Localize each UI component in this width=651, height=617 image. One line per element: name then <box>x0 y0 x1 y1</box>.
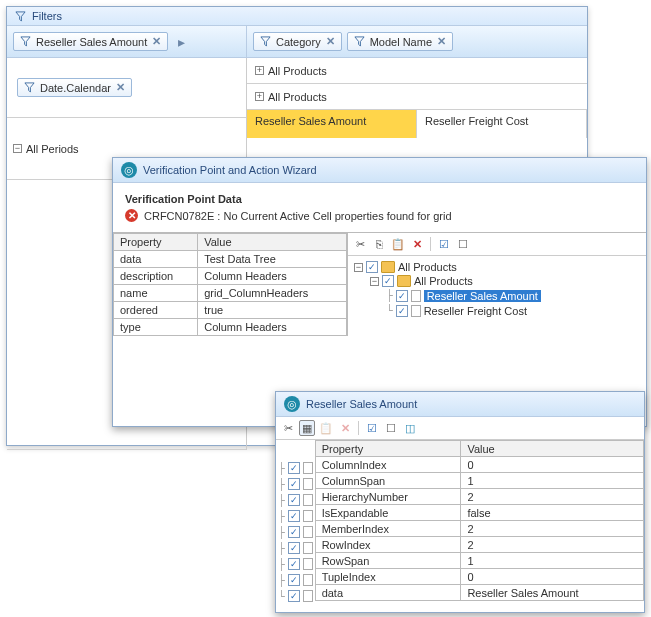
cut-icon[interactable]: ✂ <box>352 236 368 252</box>
table-row[interactable]: typeColumn Headers <box>114 319 347 336</box>
table-row[interactable]: RowIndex2 <box>315 537 643 553</box>
all-products-row-1[interactable]: + All Products <box>247 58 587 84</box>
close-icon[interactable]: ✕ <box>152 35 161 48</box>
checkbox[interactable]: ✓ <box>288 462 300 474</box>
delete-icon[interactable]: ✕ <box>337 420 353 436</box>
checkbox[interactable]: ✓ <box>396 305 408 317</box>
cut-icon[interactable]: ✂ <box>280 420 296 436</box>
tree-row[interactable]: └✓ <box>278 588 313 604</box>
checkbox[interactable]: ✓ <box>288 590 300 602</box>
detail-logo-icon: ◎ <box>284 396 300 412</box>
table-row[interactable]: ColumnSpan1 <box>315 473 643 489</box>
expand-icon[interactable]: + <box>255 66 264 75</box>
column-headers-row: Reseller Sales Amount Reseller Freight C… <box>247 110 587 138</box>
checkbox[interactable]: ✓ <box>288 510 300 522</box>
tree-node-all-products-1[interactable]: − ✓ All Products <box>354 260 640 274</box>
checkbox[interactable]: ✓ <box>396 290 408 302</box>
grid-icon[interactable]: ▦ <box>299 420 315 436</box>
checkbox[interactable]: ✓ <box>366 261 378 273</box>
tree-view: − ✓ All Products − ✓ All Products ├ ✓ Re… <box>348 256 646 322</box>
arrow-right-icon: ▸ <box>174 34 189 50</box>
tree-node-reseller-sales[interactable]: ├ ✓ Reseller Sales Amount <box>354 288 640 303</box>
vp-error-msg: CRFCN0782E : No Current Active Cell prop… <box>144 210 452 222</box>
expand-icon[interactable]: + <box>255 92 264 101</box>
tree-node-reseller-freight[interactable]: └ ✓ Reseller Freight Cost <box>354 303 640 318</box>
uncheck-icon[interactable]: ☐ <box>455 236 471 252</box>
wizard-logo-icon: ◎ <box>121 162 137 178</box>
checkbox[interactable]: ✓ <box>288 478 300 490</box>
collapse-icon[interactable]: − <box>354 263 363 272</box>
all-products-row-2[interactable]: + All Products <box>247 84 587 110</box>
check-icon[interactable]: ☑ <box>436 236 452 252</box>
extra-icon[interactable]: ◫ <box>402 420 418 436</box>
table-row[interactable]: MemberIndex2 <box>315 521 643 537</box>
pills-right: Category ✕ Model Name ✕ <box>247 26 587 58</box>
detail-header: ◎ Reseller Sales Amount <box>276 392 644 417</box>
tree-row[interactable]: ├✓ <box>278 524 313 540</box>
tree-row[interactable]: ├✓ <box>278 556 313 572</box>
tree-row[interactable]: ├✓ <box>278 508 313 524</box>
table-row[interactable]: namegrid_ColumnHeaders <box>114 285 347 302</box>
checkbox[interactable]: ✓ <box>288 558 300 570</box>
table-row[interactable]: HierarchyNumber2 <box>315 489 643 505</box>
pill-reseller-sales[interactable]: Reseller Sales Amount ✕ <box>13 32 168 51</box>
detail-header-value: Value <box>461 441 644 457</box>
property-table-wrap: PropertyValue dataTest Data Tree descrip… <box>113 233 348 336</box>
tree-row[interactable]: ├✓ <box>278 476 313 492</box>
copy-icon[interactable]: ⎘ <box>371 236 387 252</box>
close-icon[interactable]: ✕ <box>116 81 125 94</box>
tree-side: ✂ ⎘ 📋 ✕ ☑ ☐ − ✓ All Products − ✓ <box>348 233 646 336</box>
all-periods-label: All Periods <box>26 143 79 155</box>
close-icon[interactable]: ✕ <box>326 35 335 48</box>
column-header-reseller-freight[interactable]: Reseller Freight Cost <box>417 110 587 138</box>
collapse-icon[interactable]: − <box>370 277 379 286</box>
close-icon[interactable]: ✕ <box>437 35 446 48</box>
document-icon <box>303 526 313 538</box>
document-icon <box>303 462 313 474</box>
vp-section-title: Verification Point Data <box>125 193 634 205</box>
wizard-header: ◎ Verification Point and Action Wizard <box>113 158 646 183</box>
tree-row[interactable]: ├✓ <box>278 460 313 476</box>
tree-label-selected: Reseller Sales Amount <box>424 290 541 302</box>
document-icon <box>303 558 313 570</box>
tree-row[interactable]: ├✓ <box>278 492 313 508</box>
prop-header-value: Value <box>198 234 347 251</box>
tree-node-all-products-2[interactable]: − ✓ All Products <box>354 274 640 288</box>
separator <box>430 237 431 251</box>
checkbox[interactable]: ✓ <box>288 542 300 554</box>
wizard-window: ◎ Verification Point and Action Wizard V… <box>112 157 647 427</box>
pill-date-calendar[interactable]: Date.Calendar ✕ <box>17 78 132 97</box>
funnel-icon <box>354 36 365 47</box>
folder-icon <box>397 275 411 287</box>
pill-category[interactable]: Category ✕ <box>253 32 342 51</box>
table-row[interactable]: dataReseller Sales Amount <box>315 585 643 601</box>
uncheck-icon[interactable]: ☐ <box>383 420 399 436</box>
checkbox[interactable]: ✓ <box>288 574 300 586</box>
tree-row[interactable]: ├✓ <box>278 540 313 556</box>
checkbox[interactable]: ✓ <box>288 526 300 538</box>
paste-icon[interactable]: 📋 <box>390 236 406 252</box>
document-icon <box>303 478 313 490</box>
table-row[interactable]: descriptionColumn Headers <box>114 268 347 285</box>
checkbox[interactable]: ✓ <box>288 494 300 506</box>
filters-title: Filters <box>32 10 62 22</box>
column-header-reseller-sales[interactable]: Reseller Sales Amount <box>247 110 417 138</box>
detail-toolbar: ✂ ▦ 📋 ✕ ☑ ☐ ◫ <box>276 417 644 440</box>
table-row[interactable]: ColumnIndex0 <box>315 457 643 473</box>
table-row[interactable]: IsExpandablefalse <box>315 505 643 521</box>
document-icon <box>303 574 313 586</box>
table-row[interactable]: orderedtrue <box>114 302 347 319</box>
table-row[interactable]: RowSpan1 <box>315 553 643 569</box>
tree-row[interactable]: ├✓ <box>278 572 313 588</box>
table-row[interactable]: dataTest Data Tree <box>114 251 347 268</box>
paste-icon[interactable]: 📋 <box>318 420 334 436</box>
delete-icon[interactable]: ✕ <box>409 236 425 252</box>
check-icon[interactable]: ☑ <box>364 420 380 436</box>
checkbox[interactable]: ✓ <box>382 275 394 287</box>
filter-pills-row: Reseller Sales Amount ✕ ▸ Category ✕ Mod… <box>7 26 587 58</box>
table-row[interactable]: TupleIndex0 <box>315 569 643 585</box>
collapse-icon[interactable]: − <box>13 144 22 153</box>
pill-model-name[interactable]: Model Name ✕ <box>347 32 453 51</box>
detail-table-wrap: ├✓ ├✓ ├✓ ├✓ ├✓ ├✓ ├✓ ├✓ └✓ PropertyValue… <box>276 440 644 608</box>
prop-header-property: Property <box>114 234 198 251</box>
